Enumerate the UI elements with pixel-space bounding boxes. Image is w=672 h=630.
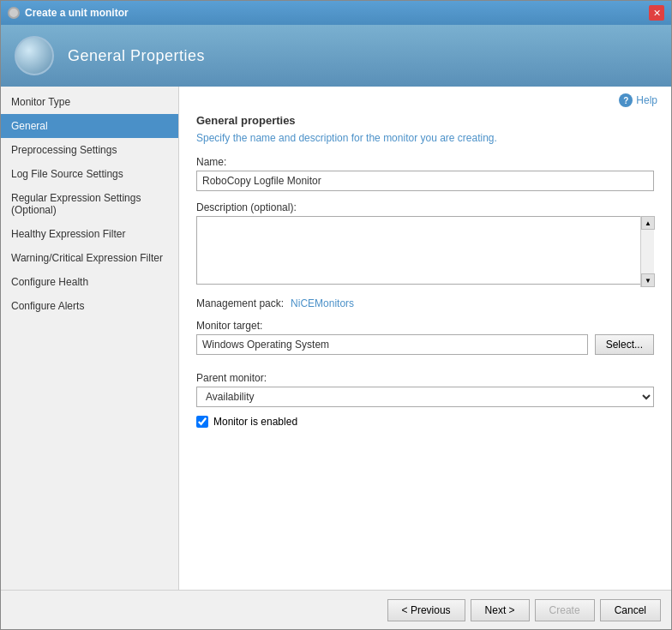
management-pack-label: Management pack: [196,297,284,309]
help-link[interactable]: ? Help [619,93,657,107]
monitor-target-row: Select... [196,334,654,355]
content-area: Monitor Type General Preprocessing Setti… [1,87,671,590]
parent-monitor-section: Parent monitor: Availability [196,372,654,407]
description-group: Description (optional): ▲ ▼ [196,201,654,287]
help-row: ? Help [179,87,671,107]
monitor-enabled-label: Monitor is enabled [213,416,297,428]
header-title: General Properties [68,47,205,65]
sidebar-item-general[interactable]: General [1,114,178,138]
help-label: Help [636,94,657,106]
next-button[interactable]: Next > [471,599,530,621]
monitor-enabled-checkbox[interactable] [196,416,208,428]
sidebar-item-regex[interactable]: Regular Expression Settings (Optional) [1,186,178,222]
create-button[interactable]: Create [535,599,595,621]
sidebar-item-monitor-type[interactable]: Monitor Type [1,90,178,114]
sidebar-item-configure-alerts[interactable]: Configure Alerts [1,294,178,318]
help-icon: ? [619,93,633,107]
main-content: ? Help General properties Specify the na… [179,87,671,590]
scrollbar-down[interactable]: ▼ [641,273,655,287]
parent-monitor-label: Parent monitor: [196,372,654,384]
form-area: General properties Specify the name and … [179,107,671,590]
sidebar-item-healthy-filter[interactable]: Healthy Expression Filter [1,222,178,246]
scrollbar-up[interactable]: ▲ [641,216,655,230]
header-bar: General Properties [1,25,671,87]
monitor-target-input[interactable] [196,334,588,355]
description-textarea-container: ▲ ▼ [196,216,654,287]
close-button[interactable]: ✕ [649,5,664,21]
window-icon [8,7,20,19]
monitor-target-label: Monitor target: [196,320,654,332]
header-icon [15,36,54,75]
sidebar: Monitor Type General Preprocessing Setti… [1,87,179,590]
name-group: Name: [196,156,654,191]
sidebar-item-log-file[interactable]: Log File Source Settings [1,162,178,186]
monitor-target-group: Monitor target: Select... [196,320,654,355]
title-bar: Create a unit monitor ✕ [1,1,671,25]
parent-monitor-select[interactable]: Availability [196,387,654,407]
sidebar-item-configure-health[interactable]: Configure Health [1,270,178,294]
description-label: Description (optional): [196,201,654,213]
name-input[interactable] [196,171,654,191]
footer: < Previous Next > Create Cancel [1,590,671,629]
title-bar-left: Create a unit monitor [8,7,129,19]
cancel-button[interactable]: Cancel [600,599,661,621]
management-pack-value: NiCEMonitors [291,297,354,309]
section-description: Specify the name and description for the… [196,132,654,144]
main-window: Create a unit monitor ✕ General Properti… [0,0,672,630]
name-label: Name: [196,156,654,168]
sidebar-item-preprocessing[interactable]: Preprocessing Settings [1,138,178,162]
sidebar-item-warning-filter[interactable]: Warning/Critical Expression Filter [1,246,178,270]
select-button[interactable]: Select... [595,334,654,355]
previous-button[interactable]: < Previous [387,599,465,621]
management-pack-row: Management pack: NiCEMonitors [196,297,654,309]
monitor-enabled-row: Monitor is enabled [196,416,654,428]
section-title: General properties [196,114,654,127]
scrollbar-track: ▲ ▼ [640,216,654,287]
window-title: Create a unit monitor [25,7,129,19]
description-textarea[interactable] [196,216,654,285]
